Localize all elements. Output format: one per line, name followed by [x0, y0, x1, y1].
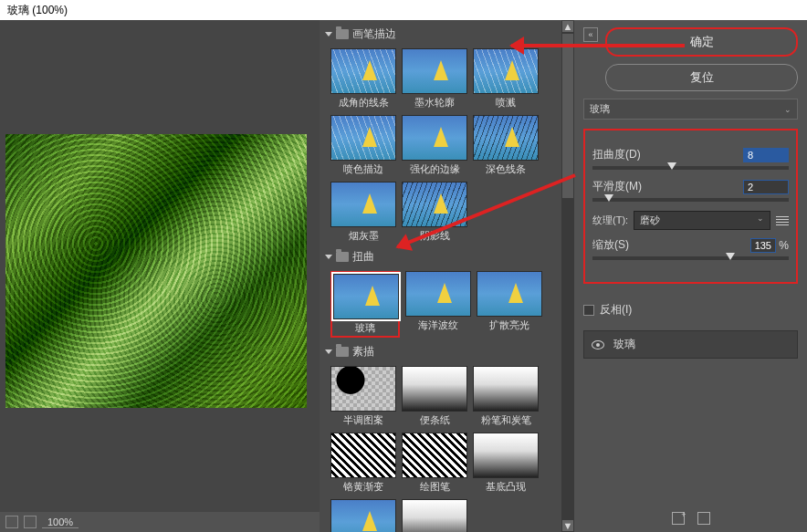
filter-thumb[interactable]: 扩散亮光: [477, 271, 542, 338]
window-title: 玻璃 (100%): [0, 0, 807, 20]
chevron-down-icon: [325, 32, 332, 37]
chevron-down-icon: [325, 349, 332, 354]
distortion-input[interactable]: 8: [743, 148, 789, 162]
filter-thumb[interactable]: 水彩画纸: [330, 499, 396, 532]
scale-input[interactable]: 135: [750, 238, 776, 253]
delete-effect-icon[interactable]: [697, 512, 710, 525]
filter-gallery: 画笔描边 成角的线条 墨水轮廓 喷溅 喷色描边 强化的边缘 深色线条 烟灰墨 阴…: [320, 20, 561, 532]
category-label: 画笔描边: [352, 26, 396, 42]
filter-thumb[interactable]: 墨水轮廓: [402, 48, 467, 110]
texture-select[interactable]: 磨砂⌄: [634, 211, 770, 230]
zoom-value: 100%: [42, 516, 79, 528]
chevron-down-icon: [325, 255, 332, 259]
effect-layer-name: 玻璃: [613, 337, 635, 352]
filter-thumb[interactable]: 基底凸现: [473, 433, 539, 494]
reset-button[interactable]: 复位: [605, 64, 798, 91]
category-label: 素描: [352, 344, 374, 360]
ok-button[interactable]: 确定: [605, 27, 798, 57]
preview-image[interactable]: [5, 134, 307, 408]
filter-thumb[interactable]: 强化的边缘: [402, 115, 467, 176]
invert-checkbox[interactable]: [583, 305, 594, 316]
preview-pane: 100%: [0, 20, 320, 532]
filter-thumb[interactable]: 半调图案: [330, 366, 396, 427]
chevron-down-icon: ⌄: [784, 105, 791, 114]
menu-icon[interactable]: [776, 216, 789, 225]
category-label: 扭曲: [352, 249, 374, 265]
scrollbar-thumb[interactable]: [562, 34, 573, 198]
filter-thumb[interactable]: 喷溅: [473, 48, 539, 110]
new-effect-icon[interactable]: [672, 512, 685, 525]
distortion-slider[interactable]: [592, 166, 789, 170]
filter-thumb[interactable]: 喷色描边: [330, 115, 396, 176]
filter-thumb[interactable]: 深色线条: [473, 115, 539, 176]
distortion-label: 扭曲度(D): [592, 147, 641, 162]
filter-select[interactable]: 玻璃 ⌄: [583, 99, 798, 120]
settings-pane: « 确定 复位 玻璃 ⌄ 扭曲度(D)8 平滑度(M)2 纹理(T): 磨砂⌄ …: [574, 20, 807, 532]
chevron-down-icon: ⌄: [757, 214, 764, 227]
preview-controls: 100%: [0, 512, 320, 532]
filter-thumb[interactable]: 绘图笔: [402, 433, 467, 494]
zoom-in-button[interactable]: [24, 516, 37, 528]
folder-icon: [336, 29, 349, 39]
filter-thumb-glass[interactable]: 玻璃: [330, 271, 400, 338]
scale-label: 缩放(S): [592, 237, 629, 253]
scale-unit: %: [779, 239, 789, 252]
filter-thumb[interactable]: 成角的线条: [330, 48, 396, 110]
filter-thumb[interactable]: 便条纸: [402, 366, 467, 427]
invert-label: 反相(I): [600, 302, 632, 318]
filter-scrollbar[interactable]: ▲ ▼: [561, 20, 574, 532]
filter-select-value: 玻璃: [590, 102, 610, 116]
zoom-out-button[interactable]: [5, 516, 18, 528]
texture-label: 纹理(T):: [592, 214, 628, 227]
smoothness-input[interactable]: 2: [743, 180, 789, 194]
folder-icon: [336, 252, 349, 262]
category-distort[interactable]: 扭曲: [320, 246, 561, 267]
filter-thumb[interactable]: 烟灰墨: [330, 182, 396, 243]
filter-thumb[interactable]: 撕边: [402, 499, 467, 532]
filter-thumb[interactable]: 粉笔和炭笔: [473, 366, 539, 427]
parameters-group: 扭曲度(D)8 平滑度(M)2 纹理(T): 磨砂⌄ 缩放(S)135 %: [583, 129, 798, 284]
effect-layer[interactable]: 玻璃: [583, 330, 798, 359]
filter-thumb[interactable]: 铬黄渐变: [330, 433, 396, 494]
scroll-down-icon[interactable]: ▼: [562, 520, 573, 531]
category-brush-strokes[interactable]: 画笔描边: [320, 24, 561, 45]
smoothness-label: 平滑度(M): [592, 179, 642, 194]
collapse-button[interactable]: «: [583, 27, 598, 42]
scale-slider[interactable]: [592, 256, 789, 260]
folder-icon: [336, 347, 349, 357]
scroll-up-icon[interactable]: ▲: [562, 21, 573, 32]
filter-thumb[interactable]: 阴影线: [402, 182, 467, 243]
filter-thumb[interactable]: 海洋波纹: [405, 271, 471, 338]
smoothness-slider[interactable]: [592, 198, 789, 202]
visibility-icon[interactable]: [592, 340, 604, 349]
category-sketch[interactable]: 素描: [320, 341, 561, 362]
